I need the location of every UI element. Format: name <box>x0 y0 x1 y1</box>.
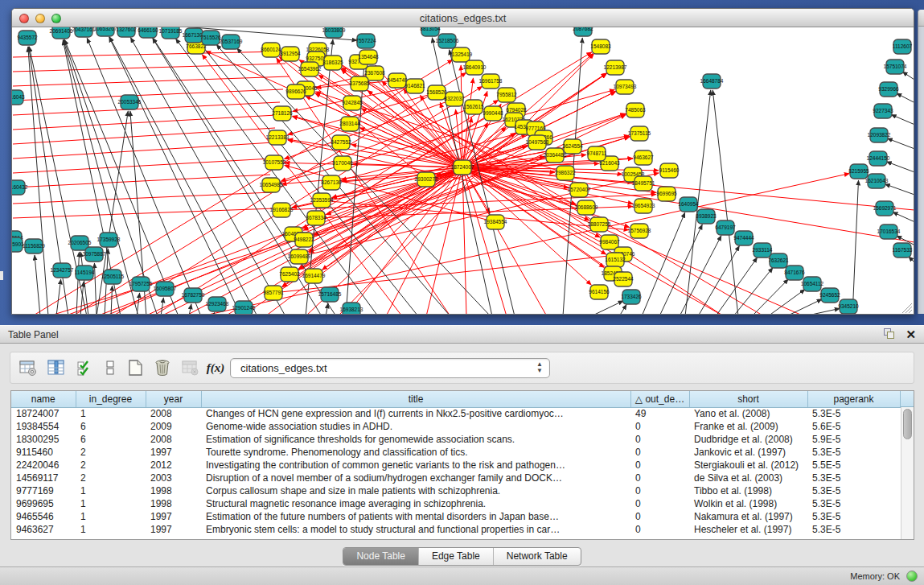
graph-node[interactable]: 20691406 <box>50 27 73 39</box>
graph-node[interactable]: 3678334 <box>306 211 326 225</box>
graph-node[interactable]: 8912954 <box>280 47 301 61</box>
graph-node[interactable]: 9498222 <box>294 233 314 247</box>
graph-node[interactable]: 1167533 <box>893 243 913 257</box>
graph-node[interactable]: 9170046 <box>332 156 353 171</box>
graph-node[interactable]: 9245652 <box>819 288 840 303</box>
select-columns-icon[interactable] <box>75 358 94 377</box>
graph-node[interactable]: 2986322 <box>555 166 576 180</box>
graph-node[interactable]: 12901245 <box>232 301 256 314</box>
graph-node[interactable]: 8186325 <box>322 56 343 70</box>
graph-node[interactable]: 20053346 <box>118 95 142 109</box>
graph-node[interactable]: 1562615 <box>463 100 484 114</box>
table-row[interactable]: 911546021997Tourette syndrome. Phenomeno… <box>11 446 900 459</box>
table-row[interactable]: 1872400712008Changes of HCN gene express… <box>11 407 900 420</box>
table-row[interactable]: 946554611997Estimation of the future num… <box>11 510 900 523</box>
graph-node[interactable]: 9115460 <box>659 163 680 178</box>
graph-node[interactable]: 17375115 <box>628 126 651 141</box>
graph-node[interactable]: 8660124 <box>261 43 281 57</box>
graph-node[interactable]: 15756928 <box>628 224 651 238</box>
graph-node[interactable]: 17957255 <box>129 277 153 291</box>
graph-node[interactable]: 6479197 <box>715 220 736 235</box>
graph-node[interactable]: 1354648 <box>358 50 379 64</box>
graph-node[interactable]: 7485063 <box>625 103 646 117</box>
graph-node[interactable]: 1640954 <box>678 197 699 212</box>
graph-node[interactable]: 10497568 <box>526 135 549 150</box>
graph-node[interactable]: 2087682 <box>573 27 593 36</box>
graph-node[interactable]: 29300273 <box>415 172 438 187</box>
graph-node[interactable]: 9146821 <box>405 79 425 93</box>
column-header-short[interactable]: short <box>689 391 807 407</box>
graph-node[interactable]: 7625402 <box>279 267 300 282</box>
graph-node[interactable]: 6466160 <box>138 27 158 38</box>
graph-node[interactable]: 16543962 <box>298 62 322 76</box>
column-header-name[interactable]: name <box>11 391 76 407</box>
graph-node[interactable]: 9242845 <box>342 96 363 110</box>
graph-node[interactable]: 8813054 <box>420 27 441 36</box>
graph-node[interactable]: 2933114 <box>753 243 773 257</box>
graph-node[interactable]: 10654112 <box>801 277 824 291</box>
graph-node[interactable]: 9463627 <box>633 150 654 165</box>
delete-columns-icon[interactable] <box>153 358 172 377</box>
graph-node[interactable]: 9474444 <box>733 231 754 245</box>
graph-node[interactable]: 19654923 <box>632 199 655 213</box>
scrollbar-thumb[interactable] <box>903 409 912 439</box>
network-canvas[interactable]: 1872400776638228660124891295413226058932… <box>12 27 914 314</box>
table-row[interactable]: 2242004622012Investigating the contribut… <box>11 459 900 472</box>
table-row[interactable]: 1456911722003Disruption of a novel membe… <box>11 472 900 484</box>
graph-node[interactable]: 12353594 <box>310 193 334 208</box>
graph-node[interactable]: 8215955 <box>848 164 869 179</box>
graph-node[interactable]: 7632621 <box>768 253 789 268</box>
graph-node[interactable]: 9990448 <box>483 106 503 121</box>
graph-node[interactable]: 16938213 <box>340 303 363 314</box>
graph-node[interactable]: 1615132 <box>605 253 626 267</box>
graph-node[interactable]: 10719185 <box>159 27 183 39</box>
tab-node-table[interactable]: Node Table <box>343 548 419 565</box>
graph-node[interactable]: 16914479 <box>302 269 326 283</box>
graph-node[interactable]: 8427552 <box>331 135 351 150</box>
graph-node[interactable]: 12093822 <box>868 128 891 142</box>
graph-node[interactable]: 9614156 <box>589 285 610 299</box>
graph-node[interactable]: 15218506 <box>436 34 459 48</box>
network-window-titlebar[interactable]: citations_edges.txt <box>12 9 914 27</box>
function-builder-icon[interactable]: f(x) <box>206 358 225 377</box>
graph-node[interactable]: 15692971 <box>873 201 897 216</box>
graph-node[interactable]: 9345210 <box>838 299 859 314</box>
graph-node[interactable]: 1548083 <box>590 39 611 54</box>
float-panel-icon[interactable] <box>884 328 896 340</box>
graph-node[interactable]: 3375685 <box>349 76 370 91</box>
graph-node[interactable]: 10688609 <box>575 200 598 215</box>
graph-node[interactable]: 1733426 <box>621 290 642 304</box>
graph-node[interactable]: 12213383 <box>266 130 290 145</box>
graph-node[interactable]: 17359928 <box>97 233 121 247</box>
graph-node[interactable]: 1327602 <box>116 27 137 37</box>
graph-node[interactable]: 11325419 <box>450 47 473 62</box>
graph-node[interactable]: 15751074 <box>884 60 907 74</box>
clear-selection-icon[interactable] <box>101 358 120 377</box>
graph-node[interactable]: 2803144 <box>339 117 360 131</box>
graph-node[interactable]: 16782759 <box>182 288 205 303</box>
table-vertical-scrollbar[interactable] <box>901 407 914 539</box>
graph-node[interactable]: 8471676 <box>784 266 805 280</box>
graph-node[interactable]: 30975887 <box>83 247 106 262</box>
graph-node[interactable]: 9435572 <box>17 31 38 45</box>
graph-node[interactable]: 8938923 <box>696 209 717 224</box>
graph-node[interactable]: 20160432 <box>12 180 28 195</box>
tab-network-table[interactable]: Network Table <box>494 548 581 565</box>
table-row[interactable]: 1830029562008Estimation of significance … <box>11 433 900 446</box>
column-header-title[interactable]: title <box>201 391 630 407</box>
column-header-out_degree[interactable]: △ out_de… <box>630 391 689 407</box>
graph-node[interactable]: 9896626 <box>285 84 306 99</box>
graph-node[interactable]: 8322037 <box>444 92 465 106</box>
graph-node[interactable]: 9699695 <box>656 187 677 201</box>
table-row[interactable]: 977716911998Corpus callosum shape and si… <box>11 484 900 497</box>
graph-node[interactable]: 16961758 <box>479 74 503 89</box>
graph-node[interactable]: 2616043 <box>12 90 25 105</box>
show-columns-icon[interactable] <box>47 358 66 377</box>
create-column-icon[interactable] <box>125 358 145 377</box>
graph-node[interactable]: 10653267 <box>94 27 117 36</box>
graph-node[interactable]: 16648784 <box>700 74 724 89</box>
graph-node[interactable]: 19166825 <box>270 203 294 217</box>
graph-node[interactable]: 7557224 <box>355 34 376 48</box>
graph-node[interactable]: 2522544 <box>613 272 634 286</box>
graph-node[interactable]: 18640910 <box>463 60 487 75</box>
